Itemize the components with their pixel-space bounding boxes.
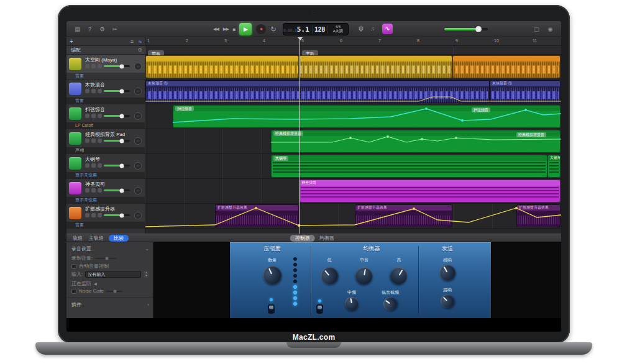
compressor-amount-knob[interactable] xyxy=(260,263,285,288)
solo-button[interactable] xyxy=(91,114,96,118)
automation-button[interactable] xyxy=(98,163,102,168)
automation-param-label[interactable]: LP Cutoff xyxy=(66,122,145,129)
track-header-1[interactable]: 大空间 (Maya) 音量 xyxy=(66,55,145,80)
input-stepper[interactable]: ▲▼ xyxy=(144,271,149,278)
automation-param-label[interactable]: 显示未使用 xyxy=(66,172,145,178)
lane-7[interactable]: 扩散感提升器效果 扩散感提升器效果 扩散感提升器效果 xyxy=(145,204,561,229)
audio-region[interactable]: 木块顶音 ① xyxy=(490,80,561,103)
lane-1[interactable] xyxy=(145,55,561,80)
track-instrument-icon[interactable] xyxy=(69,132,81,145)
automation-param-label[interactable]: 显示未使用 xyxy=(66,197,145,203)
midi-region[interactable]: 神圣贝司 xyxy=(299,180,561,202)
monitoring-speaker-icon[interactable]: ◀ xyxy=(94,281,97,286)
track-volume-slider[interactable] xyxy=(104,90,130,92)
track-instrument-icon[interactable] xyxy=(69,207,81,219)
record-level-slider[interactable] xyxy=(95,258,116,259)
automation-param-label[interactable]: 音量 xyxy=(66,73,145,79)
pan-knob[interactable] xyxy=(134,88,142,95)
solo-button[interactable] xyxy=(91,188,96,193)
forward-button[interactable]: ▶▶ xyxy=(223,27,229,32)
solo-button[interactable] xyxy=(91,139,96,143)
track-header-4[interactable]: 经典模拟背景 Pad 声相 xyxy=(66,129,145,154)
mute-button[interactable] xyxy=(85,114,89,118)
automation-button[interactable] xyxy=(98,64,102,68)
automation-region[interactable]: 经典模拟背景音 经典模拟背景音 xyxy=(271,130,561,153)
library-icon[interactable]: ▤ xyxy=(73,25,82,34)
display-icon[interactable]: ▢ xyxy=(533,25,541,34)
track-volume-slider[interactable] xyxy=(104,115,130,117)
master-volume-thumb[interactable] xyxy=(475,26,482,32)
play-button[interactable]: ▶ xyxy=(239,23,252,35)
mute-button[interactable] xyxy=(85,188,89,193)
track-volume-slider[interactable] xyxy=(104,165,130,166)
mute-button[interactable] xyxy=(85,163,89,168)
tab-controls[interactable]: 控制器 xyxy=(290,235,315,242)
mute-button[interactable] xyxy=(85,213,89,217)
track-header-2[interactable]: 木块顶音 音量 xyxy=(66,80,145,104)
automation-button[interactable] xyxy=(98,188,102,193)
lcd-display[interactable]: 0:00:05.1 128 4/4 A大调 xyxy=(283,23,349,35)
automation-button[interactable] xyxy=(98,213,102,217)
track-volume-slider[interactable] xyxy=(104,65,130,67)
rewind-button[interactable]: ◀◀ xyxy=(213,27,219,32)
automation-button[interactable] xyxy=(98,89,102,93)
settings-icon[interactable]: ⚙ xyxy=(98,25,107,34)
recording-settings-header[interactable]: 录音设置 xyxy=(71,245,91,252)
solo-button[interactable] xyxy=(91,213,96,217)
track-instrument-icon[interactable] xyxy=(69,157,81,170)
auto-level-checkbox[interactable] xyxy=(71,264,76,269)
notifications-icon[interactable]: ◉ xyxy=(546,25,554,34)
audio-region[interactable]: 扩散感提升器效果 xyxy=(355,204,452,227)
automation-button[interactable] xyxy=(98,139,102,143)
track-header-7[interactable]: 扩散感提升器 音量 xyxy=(66,204,145,229)
track-instrument-icon[interactable] xyxy=(69,83,81,95)
audio-region[interactable] xyxy=(145,55,299,78)
track-header-5[interactable]: 大钢琴 显示未使用 xyxy=(66,154,145,179)
audio-region[interactable] xyxy=(452,55,561,78)
mute-button[interactable] xyxy=(85,89,89,93)
tab-master[interactable]: 主轨道 xyxy=(89,235,104,242)
pan-knob[interactable] xyxy=(134,187,142,194)
tab-eq[interactable]: 均衡器 xyxy=(319,235,334,242)
audio-region[interactable]: 扩散感提升器效果 xyxy=(516,204,561,227)
eq-low-knob[interactable] xyxy=(317,263,341,288)
lane-3[interactable]: 扫弦惊音 扫弦惊音 xyxy=(145,104,561,129)
pan-knob[interactable] xyxy=(134,212,142,219)
automation-param-label[interactable]: 音量 xyxy=(66,98,145,104)
mixer-icon[interactable]: ≡ xyxy=(130,38,134,45)
master-volume-slider[interactable] xyxy=(444,28,488,30)
eq-lowcut-knob[interactable] xyxy=(381,294,400,314)
pan-knob[interactable] xyxy=(134,137,142,145)
noise-gate-checkbox[interactable] xyxy=(71,289,76,294)
pan-knob[interactable] xyxy=(134,112,142,120)
mute-button[interactable] xyxy=(85,64,89,68)
input-select[interactable]: 没有输入 xyxy=(85,271,141,278)
automation-region[interactable]: 扫弦惊音 扫弦惊音 xyxy=(173,105,561,128)
pan-knob[interactable] xyxy=(134,63,142,70)
solo-button[interactable] xyxy=(91,64,96,68)
pan-knob[interactable] xyxy=(134,162,142,170)
track-instrument-icon[interactable] xyxy=(69,107,81,120)
chevron-right-icon[interactable]: › xyxy=(147,302,149,307)
audio-region[interactable] xyxy=(299,55,452,78)
track-volume-slider[interactable] xyxy=(104,189,130,191)
automation-button[interactable] xyxy=(98,114,102,118)
lane-5[interactable]: 大钢琴 大钢琴 xyxy=(145,154,561,179)
arrangement-section-empty[interactable] xyxy=(454,47,561,54)
arrangement-row-header[interactable]: 编配 ⚙ xyxy=(66,46,145,55)
editors-scissors-icon[interactable]: ✂ xyxy=(110,25,119,34)
automation-icon[interactable]: ≈ xyxy=(139,38,142,45)
plugins-header[interactable]: 插件 xyxy=(71,301,81,308)
automation-param-label[interactable]: 声相 xyxy=(66,147,145,153)
gear-icon[interactable]: ⚙ xyxy=(138,46,142,54)
mute-button[interactable] xyxy=(85,139,89,143)
solo-button[interactable] xyxy=(91,163,96,168)
track-header-3[interactable]: 扫弦惊音 LP Cutoff xyxy=(66,104,145,129)
eq-high-knob[interactable] xyxy=(387,264,411,288)
eq-power-switch[interactable] xyxy=(316,304,323,314)
track-header-6[interactable]: 神圣贝司 显示未使用 xyxy=(66,179,145,204)
eq-mid-knob[interactable] xyxy=(354,266,374,286)
loop-browser-button[interactable]: ∿ xyxy=(382,24,393,34)
lane-6[interactable]: 神圣贝司 xyxy=(145,179,561,204)
tuning-fork-icon[interactable]: ψ xyxy=(359,24,364,32)
